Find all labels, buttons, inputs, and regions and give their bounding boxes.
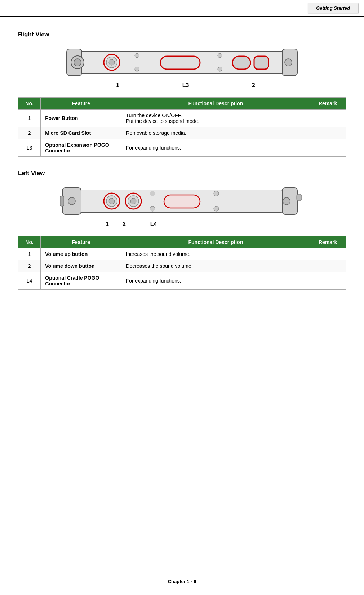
left-label-1: 1 xyxy=(106,221,109,227)
svg-rect-18 xyxy=(60,196,64,206)
table-row: 2 Volume down button Decreases the sound… xyxy=(18,260,346,272)
svg-point-9 xyxy=(135,67,139,71)
right-label-2: 2 xyxy=(252,82,255,89)
right-view-section: Right View xyxy=(18,31,346,157)
table-row: L3 Optional Expansion POGO Connector For… xyxy=(18,139,346,157)
svg-point-12 xyxy=(218,67,222,71)
table-row: L4 Optional Cradle POGO Connector For ex… xyxy=(18,272,346,290)
th-desc-right: Functional Description xyxy=(121,98,310,110)
svg-point-31 xyxy=(214,191,219,196)
table-row: 2 Micro SD Card Slot Removable storage m… xyxy=(18,127,346,139)
th-desc-left: Functional Description xyxy=(121,236,310,248)
left-view-svg xyxy=(56,183,308,219)
right-view-table: No. Feature Functional Description Remar… xyxy=(18,97,346,157)
page-footer: Chapter 1 - 6 xyxy=(0,579,364,584)
svg-point-24 xyxy=(109,198,115,204)
th-remark-right: Remark xyxy=(310,98,346,110)
th-feature-right: Feature xyxy=(41,98,121,110)
svg-point-8 xyxy=(135,53,139,58)
header-tab: Getting Started xyxy=(308,3,358,13)
svg-rect-10 xyxy=(160,56,200,69)
right-view-svg xyxy=(56,45,308,81)
svg-point-7 xyxy=(109,59,115,65)
table-row: 1 Power Button Turn the device ON/OFF.Pu… xyxy=(18,110,346,127)
svg-rect-14 xyxy=(254,56,268,69)
svg-point-32 xyxy=(214,206,219,211)
left-view-table: No. Feature Functional Description Remar… xyxy=(18,236,346,290)
left-view-heading: Left View xyxy=(18,170,346,177)
th-feature-left: Feature xyxy=(41,236,121,248)
svg-point-29 xyxy=(150,206,155,211)
svg-rect-13 xyxy=(232,56,250,69)
right-view-heading: Right View xyxy=(18,31,346,38)
svg-rect-30 xyxy=(164,195,200,208)
svg-rect-20 xyxy=(297,194,302,201)
table-row: 1 Volume up button Increases the sound v… xyxy=(18,248,346,260)
right-label-1: 1 xyxy=(116,82,119,89)
left-view-image: 1 2 L4 xyxy=(18,183,346,233)
svg-point-27 xyxy=(130,198,136,204)
right-view-image: 1 L3 2 xyxy=(18,45,346,94)
page-header: Getting Started xyxy=(0,0,364,17)
right-label-L3: L3 xyxy=(182,82,189,89)
svg-point-21 xyxy=(68,197,75,205)
svg-point-28 xyxy=(150,191,155,196)
th-no-right: No. xyxy=(18,98,41,110)
svg-point-4 xyxy=(74,59,81,66)
left-view-section: Left View xyxy=(18,170,346,290)
left-label-2: 2 xyxy=(123,221,126,227)
th-remark-left: Remark xyxy=(310,236,346,248)
svg-point-33 xyxy=(283,197,290,205)
svg-point-11 xyxy=(218,53,222,58)
svg-point-15 xyxy=(285,59,292,66)
th-no-left: No. xyxy=(18,236,41,248)
left-label-L4: L4 xyxy=(150,221,157,227)
